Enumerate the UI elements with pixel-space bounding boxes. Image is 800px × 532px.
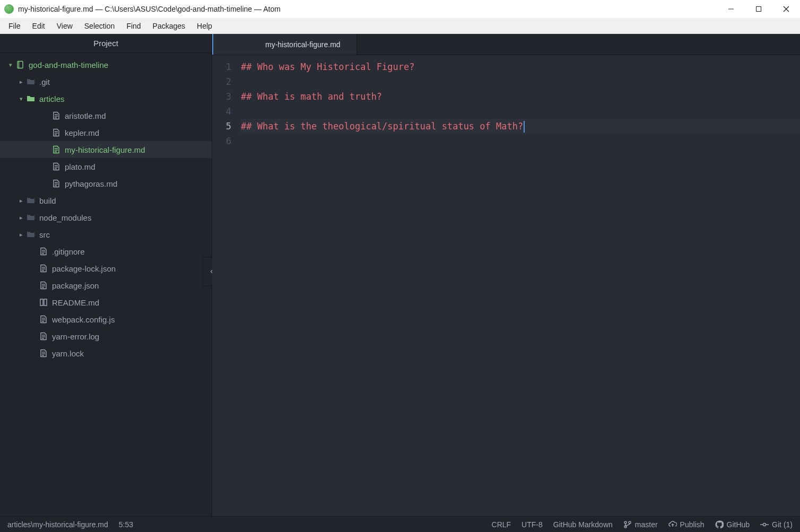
tree-folder-src[interactable]: ▸ src [0, 226, 212, 243]
file-icon [51, 179, 62, 188]
tree-file-yarn-lock[interactable]: ▸ yarn.lock [0, 345, 212, 362]
status-cursor-position[interactable]: 5:53 [119, 520, 133, 529]
tree-item-label: package.json [52, 281, 99, 290]
tree-file-webpack[interactable]: ▸ webpack.config.js [0, 311, 212, 328]
svg-point-42 [763, 523, 766, 526]
tab-left-spacer [212, 34, 249, 55]
chevron-right-icon: ▸ [17, 79, 25, 85]
status-line-ending[interactable]: CRLF [492, 520, 511, 529]
tree-file-aristotle[interactable]: ▸ aristotle.md [0, 107, 212, 124]
status-git[interactable]: Git (1) [760, 520, 793, 529]
chevron-down-icon: ▾ [17, 95, 25, 102]
menu-selection[interactable]: Selection [79, 20, 120, 32]
status-git-branch[interactable]: master [623, 520, 658, 529]
menu-help[interactable]: Help [192, 20, 218, 32]
code-line [241, 134, 800, 149]
menu-packages[interactable]: Packages [147, 20, 190, 32]
svg-point-41 [629, 521, 631, 524]
text-cursor [524, 121, 525, 133]
tree-item-label: my-historical-figure.md [65, 145, 145, 154]
tree-folder-articles[interactable]: ▾ articles [0, 90, 212, 107]
file-icon [38, 315, 49, 324]
tree-file-readme[interactable]: ▸ README.md [0, 294, 212, 311]
tree-folder-build[interactable]: ▸ build [0, 192, 212, 209]
svg-point-39 [624, 521, 627, 524]
minimize-button[interactable] [717, 0, 745, 18]
line-number: 3 [212, 89, 231, 104]
text-editor[interactable]: 1 2 3 4 5 6 ## Who was My Historical Fig… [212, 55, 800, 516]
tab-bar: my-historical-figure.md [212, 34, 800, 55]
chevron-right-icon: ▸ [17, 197, 25, 204]
code-line [241, 74, 800, 89]
tree-view-panel: Project ▾ god-and-math-timeline ▸ .git ▾… [0, 34, 212, 516]
status-github[interactable]: GitHub [715, 520, 750, 529]
tree-item-label: articles [39, 94, 65, 103]
tree-item-label: plato.md [65, 162, 95, 171]
menu-file[interactable]: File [3, 20, 26, 32]
status-publish[interactable]: Publish [668, 520, 705, 529]
tree-file-my-historical-figure[interactable]: ▸ my-historical-figure.md [0, 141, 212, 158]
folder-icon [25, 230, 36, 239]
line-number: 2 [212, 74, 231, 89]
window-titlebar: my-historical-figure.md — C:\Users\ASUS\… [0, 0, 800, 18]
code-line: ## Who was My Historical Figure? [241, 59, 800, 74]
file-icon [51, 128, 62, 137]
file-icon [51, 162, 62, 171]
menu-view[interactable]: View [51, 20, 78, 32]
tree-file-kepler[interactable]: ▸ kepler.md [0, 124, 212, 141]
status-encoding[interactable]: UTF-8 [521, 520, 543, 529]
close-button[interactable] [772, 0, 800, 18]
status-file-path[interactable]: articles\my-historical-figure.md [7, 520, 108, 529]
tree-file-gitignore[interactable]: ▸ .gitignore [0, 243, 212, 260]
status-publish-label: Publish [680, 520, 705, 529]
menu-find[interactable]: Find [121, 20, 146, 32]
file-icon [51, 145, 62, 154]
folder-icon [25, 77, 36, 86]
chevron-right-icon: ▸ [17, 231, 25, 238]
tree-item-label: .git [39, 77, 50, 86]
tree-view-header: Project [0, 34, 212, 53]
window-controls [717, 0, 800, 18]
status-branch-label: master [635, 520, 658, 529]
folder-open-icon [25, 94, 36, 103]
status-git-label: Git (1) [772, 520, 793, 529]
file-icon [51, 111, 62, 120]
chevron-right-icon: ▸ [17, 214, 25, 221]
tree-file-package-lock[interactable]: ▸ package-lock.json [0, 260, 212, 277]
window-title: my-historical-figure.md — C:\Users\ASUS\… [18, 5, 717, 13]
tree-item-label: yarn.lock [52, 349, 84, 358]
editor-region: my-historical-figure.md 1 2 3 4 5 6 ## W… [212, 34, 800, 516]
tree-file-yarn-error[interactable]: ▸ yarn-error.log [0, 328, 212, 345]
file-icon [38, 349, 49, 357]
menu-edit[interactable]: Edit [27, 20, 50, 32]
git-commit-icon [760, 520, 769, 529]
tree-folder-node-modules[interactable]: ▸ node_modules [0, 209, 212, 226]
tree-item-label: pythagoras.md [65, 179, 117, 188]
tab-active[interactable]: my-historical-figure.md [249, 34, 357, 55]
tree-item-label: yarn-error.log [52, 332, 99, 341]
line-number: 1 [212, 59, 231, 74]
tree-item-label: kepler.md [65, 128, 99, 137]
status-bar: articles\my-historical-figure.md 5:53 CR… [0, 516, 800, 532]
svg-rect-4 [18, 62, 23, 68]
code-line: ## What is math and truth? [241, 89, 800, 104]
code-area[interactable]: ## Who was My Historical Figure? ## What… [238, 55, 800, 516]
line-number: 4 [212, 104, 231, 119]
status-grammar[interactable]: GitHub Markdown [553, 520, 613, 529]
tree-folder-git[interactable]: ▸ .git [0, 73, 212, 90]
file-tree[interactable]: ▾ god-and-math-timeline ▸ .git ▾ article… [0, 53, 212, 516]
git-branch-icon [623, 520, 632, 529]
tree-item-label: aristotle.md [65, 111, 106, 120]
status-github-label: GitHub [727, 520, 750, 529]
line-number-gutter: 1 2 3 4 5 6 [212, 55, 238, 516]
chevron-down-icon: ▾ [6, 62, 15, 68]
tree-item-label: build [39, 196, 56, 205]
tree-item-label: package-lock.json [52, 264, 116, 273]
tab-label: my-historical-figure.md [265, 40, 341, 49]
tree-item-label: webpack.config.js [52, 315, 115, 324]
maximize-button[interactable] [745, 0, 772, 18]
tree-file-pythagoras[interactable]: ▸ pythagoras.md [0, 175, 212, 192]
tree-file-package[interactable]: ▸ package.json [0, 277, 212, 294]
tree-file-plato[interactable]: ▸ plato.md [0, 158, 212, 175]
tree-root[interactable]: ▾ god-and-math-timeline [0, 56, 212, 73]
